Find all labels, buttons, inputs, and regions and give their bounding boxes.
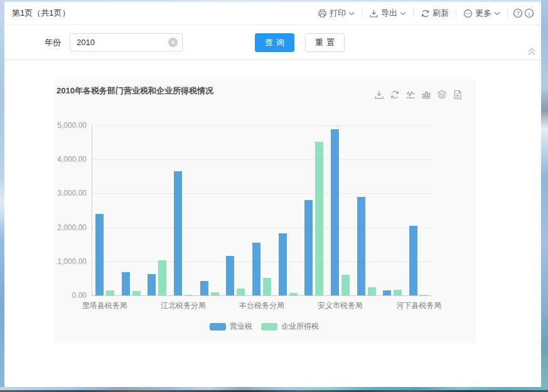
y-gridline bbox=[92, 193, 432, 194]
bar-企业所得税[interactable] bbox=[106, 290, 114, 295]
svg-text:?: ? bbox=[517, 10, 520, 16]
bar-chart-plot: 0.001,000.002,000.003,000.004,000.005,00… bbox=[53, 80, 475, 343]
chevron-down-icon bbox=[400, 11, 406, 16]
y-axis-tick-label: 4,000.00 bbox=[53, 155, 87, 164]
legend-item-企业所得税[interactable]: 企业所得税 bbox=[261, 321, 319, 332]
svg-text:i: i bbox=[529, 11, 530, 17]
bar-营业税[interactable] bbox=[226, 256, 234, 295]
toolbar-divider bbox=[507, 9, 508, 18]
more-options-icon bbox=[463, 9, 473, 18]
y-axis-tick-label: 0.00 bbox=[53, 291, 87, 300]
bar-营业税[interactable] bbox=[200, 281, 208, 295]
report-page: 第1页（共1页） 打印 bbox=[4, 2, 541, 387]
bar-企业所得税[interactable] bbox=[237, 289, 245, 295]
header-toolbar: 打印 导出 bbox=[315, 8, 535, 19]
legend-swatch bbox=[261, 323, 277, 331]
year-label: 年份 bbox=[45, 37, 61, 48]
bar-营业税[interactable] bbox=[383, 290, 391, 295]
collapse-panel-icon[interactable] bbox=[527, 47, 536, 58]
page-indicator: 第1页（共1页） bbox=[12, 8, 70, 19]
x-axis-tick-label: 里塔县税务局 bbox=[82, 300, 127, 311]
query-button[interactable]: 查询 bbox=[255, 33, 294, 52]
y-axis-tick-label: 2,000.00 bbox=[53, 223, 87, 232]
more-label: 更多 bbox=[475, 8, 492, 19]
print-button[interactable]: 打印 bbox=[315, 8, 357, 19]
y-axis-tick-label: 3,000.00 bbox=[53, 189, 87, 198]
toolbar-divider bbox=[362, 9, 362, 18]
refresh-icon bbox=[421, 9, 430, 18]
window-border-left bbox=[0, 0, 4, 392]
bar-企业所得税[interactable] bbox=[368, 287, 376, 295]
filter-bar: 年份 ✕ 查询 重置 bbox=[4, 25, 541, 60]
bar-企业所得税[interactable] bbox=[394, 290, 402, 295]
x-axis-tick-label: 安义市税务局 bbox=[318, 300, 363, 311]
bar-企业所得税[interactable] bbox=[158, 260, 166, 295]
y-axis-tick-label: 1,000.00 bbox=[53, 257, 87, 266]
year-input-wrap: ✕ bbox=[70, 33, 183, 51]
bar-营业税[interactable] bbox=[279, 233, 287, 295]
chart-panel: 2010年各税务部门营业税和企业所得税情况 bbox=[53, 80, 475, 343]
x-axis-tick-label: 丰台税务分局 bbox=[239, 300, 284, 311]
download-icon bbox=[369, 9, 379, 18]
bar-营业税[interactable] bbox=[331, 129, 339, 295]
export-button[interactable]: 导出 bbox=[367, 8, 409, 19]
bar-营业税[interactable] bbox=[304, 200, 313, 295]
bar-营业税[interactable] bbox=[122, 272, 130, 295]
bar-营业税[interactable] bbox=[148, 274, 156, 295]
toolbar-divider bbox=[413, 9, 414, 18]
legend-item-营业税[interactable]: 营业税 bbox=[210, 321, 252, 332]
bar-营业税[interactable] bbox=[95, 214, 104, 295]
chevron-down-icon bbox=[348, 11, 355, 16]
x-axis-tick-label: 河下县税务局 bbox=[396, 300, 441, 311]
bar-企业所得税[interactable] bbox=[420, 295, 428, 295]
app-window: 第1页（共1页） 打印 bbox=[0, 0, 548, 392]
toolbar-divider bbox=[456, 9, 456, 18]
x-axis-tick-label: 江北税务分局 bbox=[161, 300, 206, 311]
chart-legend: 营业税企业所得税 bbox=[53, 321, 475, 332]
y-gridline bbox=[92, 159, 432, 160]
printer-icon bbox=[318, 9, 327, 18]
bar-企业所得税[interactable] bbox=[132, 291, 141, 295]
more-button[interactable]: 更多 bbox=[461, 8, 503, 19]
bar-企业所得税[interactable] bbox=[289, 293, 298, 295]
year-input[interactable] bbox=[70, 33, 183, 51]
bar-企业所得税[interactable] bbox=[211, 292, 219, 295]
refresh-button[interactable]: 刷新 bbox=[418, 8, 451, 19]
reset-button[interactable]: 重置 bbox=[305, 33, 345, 52]
window-border-bottom bbox=[0, 387, 548, 392]
legend-swatch bbox=[210, 323, 226, 331]
y-axis-tick-label: 5,000.00 bbox=[53, 121, 87, 130]
export-label: 导出 bbox=[381, 8, 397, 19]
y-gridline bbox=[92, 295, 432, 296]
bar-营业税[interactable] bbox=[357, 197, 365, 295]
bar-企业所得税[interactable] bbox=[263, 278, 271, 295]
legend-label: 企业所得税 bbox=[281, 321, 319, 332]
refresh-label: 刷新 bbox=[432, 8, 449, 19]
y-gridline bbox=[92, 125, 432, 126]
print-label: 打印 bbox=[330, 8, 346, 19]
bar-营业税[interactable] bbox=[174, 171, 182, 295]
report-header: 第1页（共1页） 打印 bbox=[4, 2, 541, 25]
clear-input-icon[interactable]: ✕ bbox=[168, 38, 178, 47]
bar-企业所得税[interactable] bbox=[315, 142, 323, 295]
bar-企业所得税[interactable] bbox=[341, 275, 350, 295]
y-axis-line bbox=[92, 125, 92, 295]
window-border-right bbox=[541, 0, 548, 392]
help-button[interactable]: ? bbox=[512, 8, 524, 19]
y-gridline bbox=[92, 262, 432, 262]
info-button[interactable]: i bbox=[524, 8, 535, 19]
y-gridline bbox=[92, 228, 432, 228]
bar-营业税[interactable] bbox=[252, 243, 261, 295]
legend-label: 营业税 bbox=[230, 321, 252, 332]
chevron-down-icon bbox=[494, 11, 500, 16]
bar-企业所得税[interactable] bbox=[185, 295, 193, 295]
bar-营业税[interactable] bbox=[409, 226, 417, 295]
